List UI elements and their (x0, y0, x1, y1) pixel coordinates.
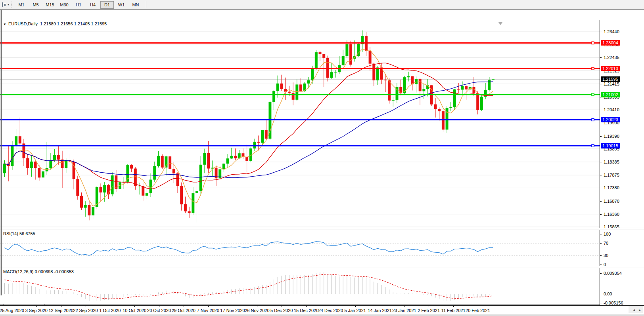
date-axis-label: 5 Jan 2021 (345, 308, 366, 313)
timeframe-button-H1[interactable]: H1 (72, 1, 85, 9)
price-axis-label: 1.20410 (604, 107, 619, 112)
price-axis-label: 1.17380 (604, 185, 619, 190)
date-axis-label: 23 Jan 2021 (392, 308, 416, 313)
price-axis-label: 0.00 (604, 291, 612, 297)
timeframe-button-W1[interactable]: W1 (115, 1, 128, 9)
date-tick (208, 306, 209, 307)
date-tick (306, 306, 307, 307)
candlestick-chart-icon[interactable] (1, 2, 7, 8)
date-tick (429, 306, 429, 307)
date-tick (110, 306, 110, 307)
macd-histogram (5, 272, 493, 302)
price-axis-label: 30 (604, 253, 608, 258)
grid (0, 32, 600, 227)
date-tick (478, 306, 478, 307)
toolbar-separator (146, 1, 146, 8)
date-tick (184, 306, 184, 307)
chart-shift-marker-icon[interactable] (498, 22, 503, 25)
price-axis-label: 1.22435 (604, 55, 619, 60)
main-chart-canvas[interactable] (0, 20, 600, 228)
axis-tick (600, 234, 602, 234)
date-axis-label: 5 Dec 2020 (270, 308, 293, 313)
toolbar-grip[interactable] (12, 2, 12, 8)
date-axis-label: 24 Dec 2020 (318, 308, 343, 313)
price-badge: 1.20023 (601, 117, 620, 122)
symbol-dropdown-icon[interactable]: ▼ (3, 23, 6, 26)
timeframe-button-H4[interactable]: H4 (86, 1, 100, 9)
date-axis-label: 15 Dec 2020 (294, 308, 318, 313)
date-tick (159, 306, 159, 307)
price-axis-label: 1.17875 (604, 172, 619, 178)
axis-tick (600, 136, 602, 137)
date-axis[interactable]: 25 Aug 20203 Sep 202012 Sep 202022 Sep 2… (0, 305, 644, 314)
date-axis-label: 20 Oct 2020 (147, 308, 171, 313)
chart-window: ▼EURUSD,Daily 1.21589 1.21656 1.21405 1.… (0, 10, 644, 296)
axis-tick (600, 227, 602, 227)
hline-handle[interactable] (592, 145, 594, 147)
date-axis-label: 22 Sep 2020 (73, 308, 98, 313)
timeframe-button-MN[interactable]: MN (129, 1, 142, 9)
axis-tick (600, 255, 602, 256)
rsi-label: RSI(14) 56.6755 (3, 231, 35, 236)
date-tick (257, 306, 257, 307)
timeframe-button-M15[interactable]: M15 (43, 1, 57, 9)
timeframe-toolbar: ▾ M1M5M15M30H1H4D1W1MN (0, 0, 644, 10)
axis-tick (600, 201, 602, 202)
panel-splitter[interactable] (0, 266, 644, 268)
date-tick (380, 306, 380, 307)
date-tick (453, 306, 454, 307)
hline-handle[interactable] (592, 42, 594, 44)
mt4-window: ▾ M1M5M15M30H1H4D1W1MN ▼EURUSD,Daily 1.2… (0, 0, 644, 316)
price-badge: 1.23004 (601, 40, 620, 46)
date-axis-label: 14 Jan 2021 (368, 308, 392, 313)
candlestick-series (3, 30, 494, 223)
date-tick (233, 306, 233, 307)
axis-tick (600, 294, 602, 294)
date-axis-label: 12 Sep 2020 (48, 308, 73, 313)
date-tick (404, 306, 404, 307)
price-axis-label: 100 (604, 231, 611, 237)
price-axis-label: 1.18385 (604, 159, 619, 165)
tab-scroll-arrows: ◂▸ (629, 306, 643, 313)
date-axis-label: 29 Oct 2020 (172, 308, 196, 313)
tab-scroll-left-button[interactable]: ◂ (631, 308, 637, 312)
chart-title: ▼EURUSD,Daily 1.21589 1.21656 1.21405 1.… (3, 21, 107, 26)
chart-type-dropdown-icon[interactable]: ▾ (8, 3, 9, 6)
axis-tick (600, 188, 602, 188)
date-axis-label: 17 Nov 2020 (220, 308, 245, 313)
hline-handle[interactable] (592, 67, 594, 70)
axis-tick (600, 123, 602, 123)
rsi-panel-canvas[interactable] (0, 230, 600, 266)
timeframe-button-M5[interactable]: M5 (29, 1, 42, 9)
axis-tick (600, 214, 602, 215)
axis-tick (600, 273, 602, 274)
macd-label: MACD(12,26,9) 0.000698 -0.000353 (3, 269, 74, 274)
price-axis-label: -0.005156 (604, 300, 623, 306)
timeframe-button-M1[interactable]: M1 (15, 1, 28, 9)
window-border (1, 10, 2, 295)
hline-handle[interactable] (592, 93, 594, 96)
tab-scroll-right-button[interactable]: ▸ (637, 308, 643, 312)
price-badge: 1.21595 (601, 76, 620, 82)
panel-splitter[interactable] (0, 228, 644, 230)
hline-handle[interactable] (592, 118, 594, 121)
timeframe-button-M30[interactable]: M30 (58, 1, 71, 9)
price-axis[interactable]: 1.234401.229301.224351.219251.214151.209… (600, 20, 644, 305)
macd-panel-canvas[interactable] (0, 268, 600, 305)
date-axis-label: 10 Oct 2020 (123, 308, 146, 313)
date-axis-label: 1 Oct 2020 (99, 308, 121, 313)
date-tick (12, 306, 12, 307)
date-tick (355, 306, 356, 307)
date-axis-label: 7 Nov 2020 (197, 308, 219, 313)
timeframe-button-D1[interactable]: D1 (100, 1, 114, 9)
date-axis-label: 26 Nov 2020 (245, 308, 269, 313)
macd-signal-line (5, 274, 493, 299)
price-badge: 1.19015 (601, 143, 620, 148)
date-tick (61, 306, 61, 307)
axis-tick (600, 32, 602, 32)
axis-tick (600, 265, 602, 265)
date-axis-label: 20 Feb 2021 (466, 308, 490, 313)
window-border (0, 10, 0, 295)
timeframe-buttons: M1M5M15M30H1H4D1W1MN (14, 1, 143, 9)
chart-ohlc-values: 1.21589 1.21656 1.21405 1.21595 (40, 21, 107, 26)
